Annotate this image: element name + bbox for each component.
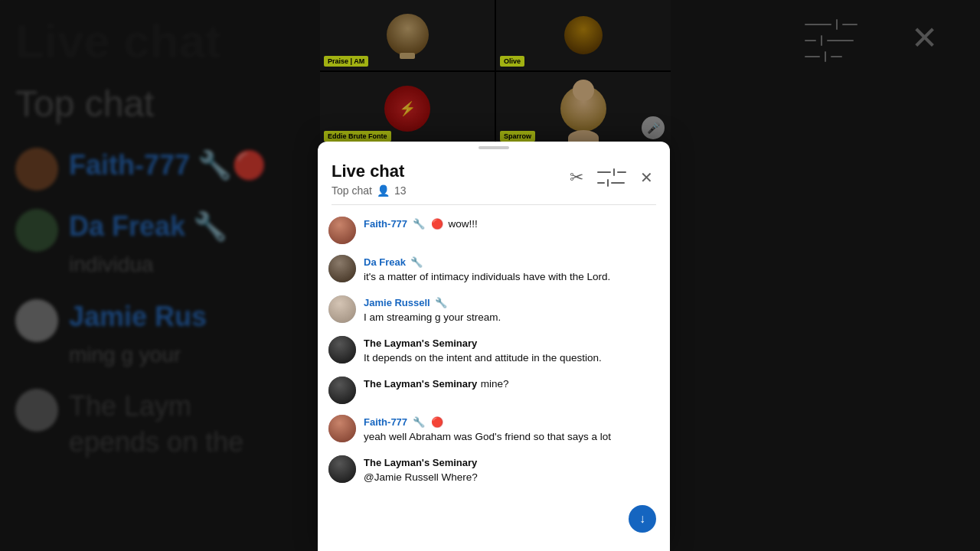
sliders-control-bg (805, 19, 858, 62)
avatar-dafreak-2 (328, 255, 356, 282)
live-chat-panel: Live chat Top chat 👤 13 ✂ (318, 142, 670, 551)
slider-row-2 (597, 179, 625, 187)
person-top-left (387, 14, 429, 56)
slider-track-3 (805, 56, 820, 57)
avatar-seminary-5 (328, 377, 356, 404)
msg-author-7: The Layman's Seminary (364, 457, 477, 468)
sl-r2b (611, 182, 625, 184)
msg-content-6: Faith-777 🔧 🔴 yeah well Abraham was God'… (364, 415, 659, 445)
avatar-faith-6 (328, 415, 356, 442)
chat-header: Live chat Top chat 👤 13 ✂ (318, 149, 670, 204)
bg-chat-item-3: Jamie Rusming g your (15, 299, 306, 371)
slider-thumb-2 (821, 35, 822, 46)
bg-chat-item-2: Da Freak 🔧individua (15, 209, 306, 281)
sl-r2 (597, 182, 605, 184)
chat-message-1: Faith-777 🔧 🔴 wow!!! (318, 211, 670, 249)
close-bg-icon: ✕ (911, 19, 938, 57)
msg-icon-red-1: 🔴 (431, 218, 443, 230)
chat-message-4: The Layman's Seminary It depends on the … (318, 331, 670, 371)
msg-author-5: The Layman's Seminary (364, 378, 477, 390)
video-label-bottom-left: Eddie Brute Fonte (324, 131, 391, 142)
slider-track-3b (831, 56, 842, 57)
msg-icon-wrench-1: 🔧 (413, 218, 425, 230)
sl-t1 (613, 168, 615, 176)
person-bottom-right (560, 86, 606, 132)
bg-chat-list: Faith-777 🔧🔴 Da Freak 🔧individua Jamie R… (15, 148, 306, 461)
subtitle-text: Top chat (332, 184, 372, 197)
bg-left-panel: Live chat Top chat Faith-777 🔧🔴 Da Freak… (0, 0, 322, 551)
close-button[interactable]: ✕ (637, 165, 656, 190)
chat-message-5: The Layman's Seminary mine? (318, 371, 670, 409)
chat-message-2: Da Freak 🔧 it's a matter of intimacy ind… (318, 249, 670, 290)
slider-line-3 (805, 51, 858, 62)
msg-author-1: Faith-777 (364, 218, 407, 230)
bg-avatar-dafreak (15, 209, 58, 252)
slider-track-1b (842, 24, 858, 25)
avatar-faith-1 (328, 217, 356, 244)
slider-line-1 (805, 19, 858, 30)
msg-author-6: Faith-777 (364, 416, 407, 428)
msg-text-7: @Jamie Russell Where? (364, 471, 659, 485)
bg-jamie-text: Jamie Rusming g your (69, 299, 207, 371)
msg-content-4: The Layman's Seminary It depends on the … (364, 336, 659, 366)
bg-chat-item-4: The Laymepends on the (15, 389, 306, 461)
chat-header-buttons: ✂ ✕ (567, 165, 656, 191)
bg-subtitle: Top chat (15, 83, 306, 125)
sliders-button[interactable] (594, 165, 629, 190)
bg-avatar-faith (15, 148, 58, 191)
viewer-icon: 👤 (377, 184, 390, 197)
chat-subtitle: Top chat 👤 13 (332, 184, 407, 197)
video-label-top-left: Praise | AM (324, 56, 368, 67)
msg-content-1: Faith-777 🔧 🔴 wow!!! (364, 217, 659, 232)
scroll-down-button[interactable]: ↓ (629, 505, 656, 533)
video-background: Praise | AM Olive ⚡ Eddie Brute Fonte 🎤 … (320, 0, 671, 145)
sl-r1 (597, 171, 611, 173)
msg-text-3: I am streaming g your stream. (364, 311, 659, 325)
video-cell-top-left: Praise | AM (320, 0, 495, 70)
msg-text-1: wow!!! (448, 218, 477, 230)
scissors-button[interactable]: ✂ (567, 165, 586, 191)
bg-avatar-seminary (15, 389, 58, 432)
avatar-jamie-3 (328, 295, 356, 323)
msg-author-2: Da Freak (364, 256, 406, 268)
chat-message-7: The Layman's Seminary @Jamie Russell Whe… (318, 450, 670, 491)
msg-icon-wrench-6: 🔧 (413, 416, 425, 428)
chat-title: Live chat (332, 161, 407, 181)
slider-track-2 (805, 40, 816, 41)
msg-author-3: Jamie Russell (364, 297, 430, 308)
bg-dafreak-text: Da Freak 🔧individua (69, 209, 227, 281)
video-cell-bottom-left: ⚡ Eddie Brute Fonte (320, 72, 495, 146)
video-label-top-right: Olive (500, 56, 524, 67)
controls-row: ✕ (805, 19, 938, 81)
avatar-seminary-7 (328, 455, 356, 483)
slider-thumb-3 (825, 51, 826, 62)
slider-thumb-1 (836, 19, 838, 30)
video-grid: Praise | AM Olive ⚡ Eddie Brute Fonte 🎤 … (320, 0, 671, 145)
right-controls-bg: ✕ (805, 19, 938, 81)
chat-message-3: Jamie Russell 🔧 I am streaming g your st… (318, 290, 670, 331)
slider-track-1 (805, 24, 831, 25)
slider-line-2 (805, 35, 858, 46)
bg-avatar-jamie (15, 299, 58, 342)
bg-faith-text: Faith-777 🔧🔴 (69, 148, 266, 184)
msg-content-5: The Layman's Seminary mine? (364, 377, 659, 392)
msg-text-2: it's a matter of intimacy individuals ha… (364, 270, 659, 285)
bg-title: Live chat (15, 15, 306, 67)
bg-seminary-text: The Laymepends on the (69, 389, 243, 461)
chat-message-6: Faith-777 🔧 🔴 yeah well Abraham was God'… (318, 409, 670, 450)
msg-text-4: It depends on the intent and attitude in… (364, 351, 659, 366)
msg-content-7: The Layman's Seminary @Jamie Russell Whe… (364, 455, 659, 485)
sl-r1b (617, 171, 626, 173)
slider-track-2b (827, 40, 854, 41)
mic-button[interactable]: 🎤 (642, 116, 665, 139)
msg-author-4: The Layman's Seminary (364, 337, 477, 349)
bg-chat-item-1: Faith-777 🔧🔴 (15, 148, 306, 191)
msg-icon-wrench-2: 🔧 (410, 256, 423, 268)
slider-row-1 (597, 168, 626, 176)
chat-header-left: Live chat Top chat 👤 13 (332, 161, 407, 197)
msg-content-3: Jamie Russell 🔧 I am streaming g your st… (364, 295, 659, 325)
msg-icon-wrench-3: 🔧 (435, 297, 447, 308)
msg-icon-red-6: 🔴 (431, 416, 443, 428)
chat-messages-list[interactable]: Faith-777 🔧 🔴 wow!!! Da Freak 🔧 it's a m… (318, 205, 670, 551)
person-top-right (564, 16, 603, 54)
